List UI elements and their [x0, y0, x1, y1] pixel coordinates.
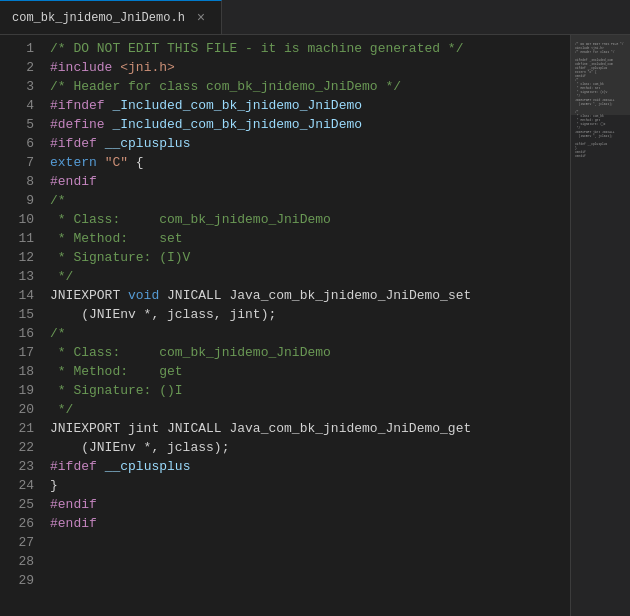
line-number: 18 [8, 362, 34, 381]
line-number: 5 [8, 115, 34, 134]
code-token: "C" [105, 155, 128, 170]
line-number: 9 [8, 191, 34, 210]
line-number: 23 [8, 457, 34, 476]
code-token: ifdef [58, 136, 97, 151]
code-token: _Included_com_bk_jnidemo_JniDemo [105, 117, 362, 132]
code-line: #endif [50, 495, 570, 514]
code-token: * Class: com_bk_jnidemo_JniDemo [50, 212, 331, 227]
code-line: #endif [50, 172, 570, 191]
code-token: ifdef [58, 459, 97, 474]
minimap: /* DO NOT EDIT THIS FILE */ #include <jn… [570, 35, 630, 616]
tab-filename: com_bk_jnidemo_JniDemo.h [12, 11, 185, 25]
code-token: # [50, 136, 58, 151]
code-token [97, 155, 105, 170]
code-line: /* [50, 324, 570, 343]
code-token: include [58, 60, 113, 75]
code-token: JNIEXPORT jint JNICALL Java_com_bk_jnide… [50, 421, 471, 436]
line-number: 21 [8, 419, 34, 438]
code-token: (JNIEnv *, jclass); [50, 440, 229, 455]
line-number: 4 [8, 96, 34, 115]
line-number: 11 [8, 229, 34, 248]
code-token: extern [50, 155, 97, 170]
code-token: _Included_com_bk_jnidemo_JniDemo [105, 98, 362, 113]
line-number: 28 [8, 552, 34, 571]
code-token: # [50, 60, 58, 75]
code-line: #endif [50, 514, 570, 533]
code-line: } [50, 476, 570, 495]
line-number: 14 [8, 286, 34, 305]
code-line: /* Header for class com_bk_jnidemo_JniDe… [50, 77, 570, 96]
code-token: endif [58, 497, 97, 512]
code-line: * Method: set [50, 229, 570, 248]
code-token: # [50, 497, 58, 512]
code-line: #ifdef __cplusplus [50, 457, 570, 476]
code-token: JNICALL Java_com_bk_jnidemo_JniDemo_set [159, 288, 471, 303]
code-token: JNIEXPORT [50, 288, 128, 303]
code-token: __cplusplus [97, 136, 191, 151]
minimap-text: /* DO NOT EDIT THIS FILE */ #include <jn… [571, 35, 630, 167]
tab-close-button[interactable]: × [193, 10, 209, 26]
code-line: #include <jni.h> [50, 58, 570, 77]
code-token: # [50, 98, 58, 113]
code-token: * Signature: (I)V [50, 250, 190, 265]
code-token: /* DO NOT EDIT THIS FILE - it is machine… [50, 41, 463, 56]
code-line: (JNIEnv *, jclass, jint); [50, 305, 570, 324]
code-line: * Signature: ()I [50, 381, 570, 400]
code-token: #endif [50, 516, 97, 531]
line-number: 20 [8, 400, 34, 419]
code-token: void [128, 288, 159, 303]
code-line: #ifdef __cplusplus [50, 134, 570, 153]
code-line: * Class: com_bk_jnidemo_JniDemo [50, 343, 570, 362]
line-number: 26 [8, 514, 34, 533]
line-number: 10 [8, 210, 34, 229]
code-token: * Class: com_bk_jnidemo_JniDemo [50, 345, 331, 360]
line-number: 6 [8, 134, 34, 153]
line-number: 3 [8, 77, 34, 96]
code-content[interactable]: /* DO NOT EDIT THIS FILE - it is machine… [42, 35, 570, 616]
code-token: define [58, 117, 105, 132]
code-line: */ [50, 400, 570, 419]
code-token: * Signature: ()I [50, 383, 183, 398]
code-line: */ [50, 267, 570, 286]
code-token: * Method: set [50, 231, 183, 246]
code-line: JNIEXPORT jint JNICALL Java_com_bk_jnide… [50, 419, 570, 438]
code-token: */ [50, 402, 73, 417]
code-line: * Class: com_bk_jnidemo_JniDemo [50, 210, 570, 229]
code-token: } [50, 478, 58, 493]
line-number: 24 [8, 476, 34, 495]
code-token: # [50, 174, 58, 189]
tab-jnidemo[interactable]: com_bk_jnidemo_JniDemo.h × [0, 0, 222, 34]
line-number: 25 [8, 495, 34, 514]
code-token: # [50, 459, 58, 474]
line-number: 8 [8, 172, 34, 191]
code-token: (JNIEnv *, jclass, jint); [50, 307, 276, 322]
code-token: /* [50, 193, 66, 208]
code-line: * Method: get [50, 362, 570, 381]
code-token: /* [50, 326, 66, 341]
line-number: 22 [8, 438, 34, 457]
code-token: # [50, 117, 58, 132]
line-number: 27 [8, 533, 34, 552]
line-number: 2 [8, 58, 34, 77]
line-number: 15 [8, 305, 34, 324]
code-line: /* DO NOT EDIT THIS FILE - it is machine… [50, 39, 570, 58]
line-number: 13 [8, 267, 34, 286]
code-token: ifndef [58, 98, 105, 113]
line-number: 17 [8, 343, 34, 362]
code-line: /* [50, 191, 570, 210]
line-number: 16 [8, 324, 34, 343]
code-token: { [128, 155, 144, 170]
tab-bar: com_bk_jnidemo_JniDemo.h × [0, 0, 630, 35]
line-number: 19 [8, 381, 34, 400]
code-token: <jni.h> [120, 60, 175, 75]
code-line: JNIEXPORT void JNICALL Java_com_bk_jnide… [50, 286, 570, 305]
code-line: #define _Included_com_bk_jnidemo_JniDemo [50, 115, 570, 134]
line-number: 1 [8, 39, 34, 58]
line-number: 29 [8, 571, 34, 590]
line-numbers: 1234567891011121314151617181920212223242… [0, 35, 42, 616]
code-token: __cplusplus [97, 459, 191, 474]
line-number: 12 [8, 248, 34, 267]
editor-area: 1234567891011121314151617181920212223242… [0, 35, 630, 616]
line-number: 7 [8, 153, 34, 172]
code-line: #ifndef _Included_com_bk_jnidemo_JniDemo [50, 96, 570, 115]
